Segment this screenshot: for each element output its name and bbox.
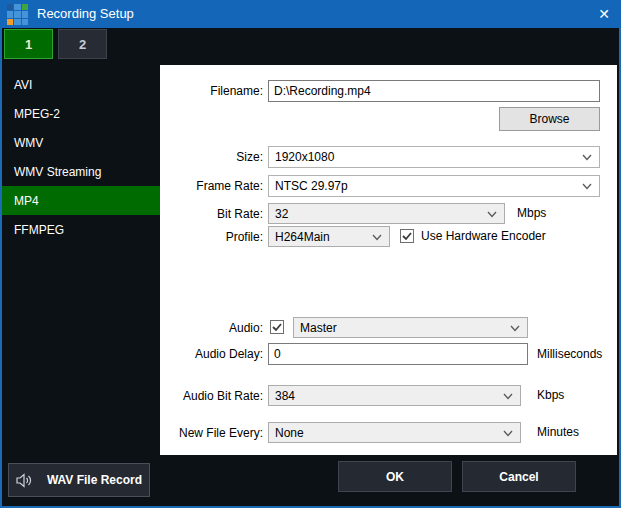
audio-label: Audio: — [166, 317, 263, 339]
vmix-logo-icon — [7, 4, 28, 25]
close-icon: ✕ — [598, 6, 610, 22]
audio-bit-rate-select[interactable]: 384 — [268, 385, 521, 406]
window-title: Recording Setup — [37, 0, 134, 28]
new-file-every-unit: Minutes — [537, 422, 579, 443]
audio-delay-unit: Milliseconds — [537, 344, 602, 365]
recording-setup-dialog: Recording Setup ✕ 1 2 AVI MPEG-2 WMV WMV… — [0, 0, 621, 508]
cancel-button[interactable]: Cancel — [462, 461, 576, 492]
size-label: Size: — [166, 146, 263, 168]
sidebar-item-mpeg2[interactable]: MPEG-2 — [2, 99, 160, 128]
filename-input[interactable] — [268, 80, 600, 102]
speaker-icon — [16, 473, 33, 488]
audio-delay-input[interactable] — [268, 343, 528, 365]
filename-label: Filename: — [166, 80, 263, 102]
profile-label: Profile: — [166, 226, 263, 248]
size-select[interactable]: 1920x1080 — [268, 146, 600, 168]
audio-checkbox[interactable] — [270, 320, 284, 334]
chevron-down-icon — [372, 234, 382, 241]
chevron-down-icon — [503, 393, 513, 400]
hardware-encoder-label: Use Hardware Encoder — [421, 226, 546, 247]
chevron-down-icon — [510, 325, 520, 332]
audio-delay-label: Audio Delay: — [166, 343, 263, 365]
ok-button[interactable]: OK — [338, 461, 452, 492]
check-icon — [272, 323, 282, 332]
sidebar-item-avi[interactable]: AVI — [2, 70, 160, 99]
sidebar-item-ffmpeg[interactable]: FFMPEG — [2, 215, 160, 244]
new-file-every-label: New File Every: — [166, 422, 263, 444]
profile-select[interactable]: H264Main — [268, 226, 390, 247]
sidebar-item-wmv[interactable]: WMV — [2, 128, 160, 157]
hardware-encoder-checkbox[interactable] — [400, 229, 414, 243]
titlebar[interactable]: Recording Setup ✕ — [0, 0, 621, 28]
frame-rate-label: Frame Rate: — [166, 175, 263, 197]
audio-bit-rate-label: Audio Bit Rate: — [166, 385, 263, 407]
chevron-down-icon — [487, 211, 497, 218]
browse-button[interactable]: Browse — [499, 107, 600, 131]
frame-rate-select[interactable]: NTSC 29.97p — [268, 175, 600, 197]
chevron-down-icon — [503, 430, 513, 437]
tab-2[interactable]: 2 — [58, 29, 107, 59]
bit-rate-select[interactable]: 32 — [268, 203, 505, 224]
bit-rate-label: Bit Rate: — [166, 203, 263, 225]
close-button[interactable]: ✕ — [587, 0, 621, 28]
new-file-every-select[interactable]: None — [268, 422, 521, 443]
bit-rate-unit: Mbps — [517, 203, 546, 224]
audio-bit-rate-unit: Kbps — [537, 385, 564, 406]
wav-file-record-button[interactable]: WAV File Record — [8, 463, 150, 497]
sidebar-item-mp4[interactable]: MP4 — [2, 186, 160, 215]
audio-select[interactable]: Master — [293, 317, 528, 338]
check-icon — [402, 232, 412, 241]
chevron-down-icon — [582, 154, 592, 161]
chevron-down-icon — [582, 183, 592, 190]
sidebar-item-wmv-streaming[interactable]: WMV Streaming — [2, 157, 160, 186]
tab-1[interactable]: 1 — [4, 29, 53, 59]
